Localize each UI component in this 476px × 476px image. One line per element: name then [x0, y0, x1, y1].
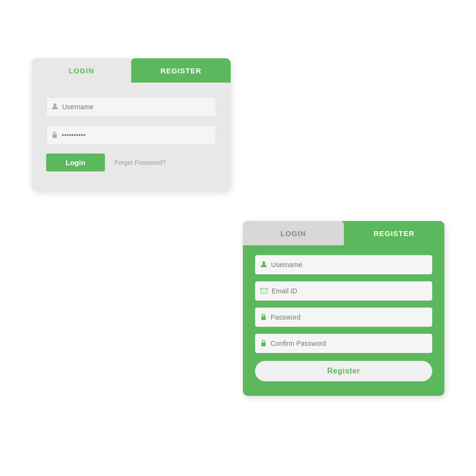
reg-password-input[interactable]	[271, 313, 427, 321]
svg-rect-5	[261, 342, 266, 346]
svg-rect-1	[52, 134, 57, 138]
lock-icon	[51, 131, 58, 139]
reg-email-icon	[260, 288, 268, 295]
register-card: LOGIN REGISTER	[243, 221, 444, 396]
tab-register-card1[interactable]: REGISTER	[131, 58, 231, 83]
reg-confirm-lock-icon	[260, 340, 267, 348]
svg-point-2	[262, 261, 265, 264]
reg-username-group	[255, 255, 432, 274]
reg-confirm-group	[255, 334, 432, 353]
login-card: LOGIN REGISTER	[32, 58, 231, 191]
username-group	[46, 97, 216, 117]
card1-actions: Login Forget Password?	[46, 153, 216, 171]
card2-body: Register	[243, 245, 444, 396]
reg-username-input[interactable]	[271, 261, 427, 269]
tab-login-card2[interactable]: LOGIN	[243, 221, 344, 245]
password-group	[46, 125, 216, 145]
forget-password-link[interactable]: Forget Password?	[115, 159, 166, 166]
register-button[interactable]: Register	[255, 361, 432, 381]
username-input[interactable]	[62, 103, 211, 111]
svg-rect-4	[261, 316, 266, 320]
reg-lock-icon	[260, 313, 267, 322]
tabs-card1: LOGIN REGISTER	[32, 58, 231, 83]
reg-email-group	[255, 281, 432, 301]
reg-email-input[interactable]	[272, 287, 427, 295]
svg-point-0	[53, 103, 56, 106]
tab-register-card2[interactable]: REGISTER	[344, 221, 445, 245]
reg-password-group	[255, 307, 432, 327]
person-icon	[51, 103, 58, 111]
password-input[interactable]	[62, 131, 211, 139]
login-button[interactable]: Login	[46, 153, 105, 171]
card1-body: Login Forget Password?	[32, 83, 231, 191]
tabs-card2: LOGIN REGISTER	[243, 221, 444, 245]
reg-confirm-input[interactable]	[271, 340, 427, 347]
tab-login-card1[interactable]: LOGIN	[32, 58, 131, 83]
reg-person-icon	[260, 261, 267, 269]
